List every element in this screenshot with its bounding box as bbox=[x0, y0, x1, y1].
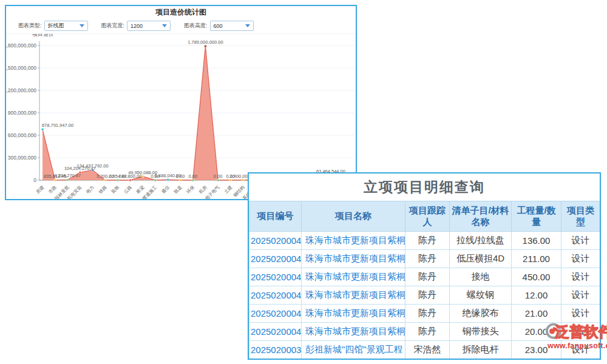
cell-quantity: 136.00 bbox=[512, 232, 561, 250]
cell-material: 拆除电杆 bbox=[450, 341, 512, 359]
cell-project-name[interactable]: 珠海市城市更新项目紫桐 bbox=[302, 268, 405, 286]
cell-material: 拉线/拉线盘 bbox=[450, 232, 512, 250]
col-header-material: 清单子目/材料名称 bbox=[450, 201, 512, 232]
chart-type-value: 折线图 bbox=[48, 22, 64, 30]
svg-text:房建: 房建 bbox=[35, 184, 45, 195]
svg-text:铁路: 铁路 bbox=[97, 184, 108, 195]
chevron-down-icon bbox=[80, 24, 84, 27]
cost-area-chart: 0300,000,000600,000,000900,000,0001,200,… bbox=[6, 6, 356, 199]
cell-material: 铜带接头 bbox=[450, 323, 512, 341]
cell-material: 绝缘胶布 bbox=[450, 305, 512, 323]
svg-text:4,204,270.47: 4,204,270.47 bbox=[54, 173, 81, 178]
chart-width-value: 1200 bbox=[131, 23, 143, 29]
cell-quantity: 12.00 bbox=[512, 286, 561, 305]
svg-text:600,000,000: 600,000,000 bbox=[8, 132, 37, 138]
cell-project-no[interactable]: 2025020004 bbox=[249, 305, 302, 323]
svg-text:环保: 环保 bbox=[185, 184, 195, 195]
svg-text:1,789,000,000.00: 1,789,000,000.00 bbox=[188, 39, 223, 45]
cell-tracker: 陈丹 bbox=[405, 323, 450, 341]
cell-project-no[interactable]: 2025020004 bbox=[249, 323, 302, 341]
chevron-down-icon bbox=[245, 24, 250, 27]
col-header-tracker: 项目跟踪人 bbox=[405, 201, 450, 232]
chart-window: 0300,000,000600,000,000900,000,0001,200,… bbox=[5, 5, 357, 200]
table-row: 2025020004珠海市城市更新项目紫桐陈丹接地450.00设计 bbox=[249, 268, 600, 286]
vendor-url-text: www.fanpusoft.com bbox=[548, 342, 607, 350]
chart-window-title: 项目造价统计图 bbox=[6, 6, 356, 18]
cell-type: 设计 bbox=[561, 305, 600, 323]
table-row: 2025020004珠海市城市更新项目紫桐陈丹拉线/拉线盘136.00设计 bbox=[249, 232, 600, 250]
cell-tracker: 宋浩然 bbox=[405, 341, 450, 359]
table-row: 2025020004珠海市城市更新项目紫桐陈丹低压横担4D211.00设计 bbox=[249, 250, 600, 268]
chart-width-label: 图表宽度: bbox=[101, 22, 125, 30]
col-header-quantity: 工程量/数量 bbox=[512, 201, 561, 232]
chart-width-select[interactable]: 1200 bbox=[127, 21, 171, 31]
cell-material: 低压横担4D bbox=[450, 250, 512, 268]
svg-text:0.00: 0.00 bbox=[214, 174, 223, 179]
cell-project-name[interactable]: 彭祖新城"四馆"景观工程 bbox=[302, 341, 405, 359]
svg-text:1,500,000,000: 1,500,000,000 bbox=[6, 65, 36, 71]
chart-controls-bar: 图表类型: 折线图 图表宽度: 1200 图表高度: 600 bbox=[6, 18, 356, 34]
cell-project-no[interactable]: 2025020004 bbox=[249, 268, 302, 286]
svg-text:桥梁: 桥梁 bbox=[135, 184, 146, 195]
svg-text:电力: 电力 bbox=[85, 184, 95, 195]
chart-type-label: 图表类型: bbox=[18, 22, 42, 30]
cell-tracker: 陈丹 bbox=[405, 232, 450, 250]
vendor-brand-text: 泛普软件 bbox=[555, 322, 607, 342]
svg-text:678,791,947.00: 678,791,947.00 bbox=[42, 123, 73, 128]
svg-text:0.00: 0.00 bbox=[176, 174, 185, 179]
chart-height-label: 图表高度: bbox=[184, 22, 208, 30]
vendor-watermark: 泛普软件 www.fanpusoft.com bbox=[545, 322, 607, 350]
cell-project-no[interactable]: 2025020004 bbox=[249, 250, 302, 268]
cell-quantity: 211.00 bbox=[512, 250, 561, 268]
cell-project-no[interactable]: 2025020004 bbox=[249, 232, 302, 250]
cell-tracker: 陈丹 bbox=[405, 268, 450, 286]
svg-text:轨道: 轨道 bbox=[173, 184, 183, 195]
cell-type: 设计 bbox=[561, 286, 600, 305]
cell-type: 设计 bbox=[561, 250, 600, 268]
svg-text:通信: 通信 bbox=[160, 184, 171, 195]
chart-height-select[interactable]: 600 bbox=[210, 21, 254, 31]
table-title: 立项项目明细查询 bbox=[249, 174, 600, 201]
svg-text:1,200,000,000: 1,200,000,000 bbox=[6, 87, 36, 93]
chart-type-control: 图表类型: 折线图 bbox=[18, 21, 88, 31]
svg-text:0: 0 bbox=[33, 177, 36, 183]
cell-project-name[interactable]: 珠海市城市更新项目紫桐 bbox=[302, 250, 405, 268]
cell-material: 接地 bbox=[450, 268, 512, 286]
cell-tracker: 陈丹 bbox=[405, 305, 450, 323]
cell-type: 设计 bbox=[561, 268, 600, 286]
cell-quantity: 21.00 bbox=[512, 305, 561, 323]
cell-project-name[interactable]: 珠海市城市更新项目紫桐 bbox=[302, 286, 405, 305]
svg-text:900,000,000: 900,000,000 bbox=[8, 110, 37, 116]
col-header-project-no: 项目编号 bbox=[249, 201, 302, 232]
cell-type: 设计 bbox=[561, 232, 600, 250]
svg-text:暖通施工: 暖通施工 bbox=[141, 184, 158, 199]
svg-text:0.00: 0.00 bbox=[188, 174, 197, 179]
cell-tracker: 陈丹 bbox=[405, 250, 450, 268]
table-row: 2025020004珠海市城市更新项目紫桐陈丹绝缘胶布21.00设计 bbox=[249, 305, 600, 323]
cell-material: 螺纹钢 bbox=[450, 286, 512, 305]
cell-tracker: 陈丹 bbox=[405, 286, 450, 305]
cell-project-name[interactable]: 珠海市城市更新项目紫桐 bbox=[302, 323, 405, 341]
chart-width-control: 图表宽度: 1200 bbox=[101, 21, 171, 31]
svg-text:装饰: 装饰 bbox=[110, 184, 120, 195]
cell-project-no[interactable]: 2025020004 bbox=[249, 286, 302, 305]
col-header-project-name: 项目名称 bbox=[302, 201, 405, 232]
chart-height-value: 600 bbox=[214, 23, 223, 29]
table-header-row: 项目编号 项目名称 项目跟踪人 清单子目/材料名称 工程量/数量 项目类型 bbox=[249, 201, 600, 232]
svg-text:市政: 市政 bbox=[47, 184, 58, 195]
table-row: 2025020004珠海市城市更新项目紫桐陈丹螺纹钢12.00设计 bbox=[249, 286, 600, 305]
cell-project-no[interactable]: 2025020003 bbox=[249, 341, 302, 359]
chevron-down-icon bbox=[162, 24, 167, 27]
cell-project-name[interactable]: 珠海市城市更新项目紫桐 bbox=[302, 232, 405, 250]
chart-height-control: 图表高度: 600 bbox=[184, 21, 254, 31]
svg-text:300,000,000: 300,000,000 bbox=[8, 155, 37, 161]
svg-text:机电安装: 机电安装 bbox=[66, 184, 83, 199]
svg-text:土建: 土建 bbox=[223, 184, 233, 195]
chart-type-select[interactable]: 折线图 bbox=[44, 21, 88, 31]
cell-project-name[interactable]: 珠海市城市更新项目紫桐 bbox=[302, 305, 405, 323]
svg-text:134,437,792.00: 134,437,792.00 bbox=[77, 163, 109, 169]
svg-text:公路: 公路 bbox=[123, 184, 133, 195]
cell-quantity: 450.00 bbox=[512, 268, 561, 286]
svg-text:机房: 机房 bbox=[198, 184, 208, 195]
col-header-type: 项目类型 bbox=[561, 201, 600, 232]
